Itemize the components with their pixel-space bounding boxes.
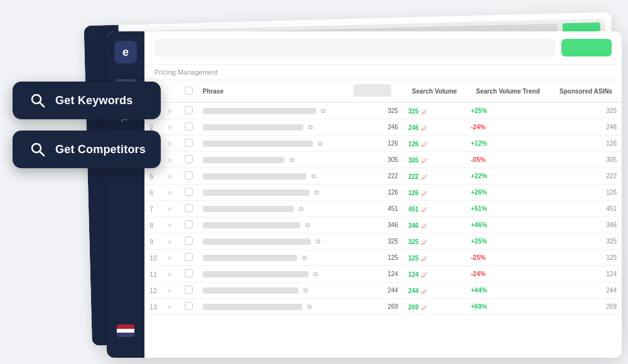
row-checkbox[interactable]: [185, 122, 193, 131]
row-x-btn[interactable]: ✕: [162, 185, 179, 201]
trend-chart-icon: 📈: [421, 191, 427, 196]
table-row: 4 ✕ ⧉ 305 305 📈 -05% 305: [144, 152, 622, 168]
get-keywords-button[interactable]: Get Keywords: [13, 82, 161, 119]
row-checkbox[interactable]: [185, 302, 193, 310]
row-trend: +46%: [466, 217, 550, 233]
flag-icon: [117, 324, 134, 337]
row-checkbox-cell[interactable]: [180, 282, 198, 299]
row-x-btn[interactable]: ✕: [162, 250, 179, 266]
phrase-bar: [203, 124, 303, 131]
row-x-btn[interactable]: ✕: [162, 299, 179, 315]
row-vol-green: 269 📈: [403, 299, 466, 315]
col-x: [162, 80, 179, 102]
row-vol-green: 346 📈: [403, 217, 466, 233]
row-x-btn[interactable]: ✕: [162, 152, 179, 168]
row-x-btn[interactable]: ✕: [162, 217, 179, 233]
row-x-btn[interactable]: ✕: [162, 233, 179, 250]
external-link-icon[interactable]: ⧉: [305, 222, 310, 229]
trend-chart-icon: 📈: [421, 207, 427, 213]
external-link-icon[interactable]: ⧉: [316, 238, 320, 245]
row-checkbox-cell[interactable]: [180, 217, 198, 233]
row-number: 9: [144, 233, 162, 250]
row-x-btn[interactable]: ✕: [162, 201, 179, 217]
row-number: 6: [144, 185, 162, 201]
row-phrase: ⧉: [198, 299, 349, 315]
row-checkbox[interactable]: [185, 188, 193, 196]
external-link-icon[interactable]: ⧉: [313, 270, 318, 278]
row-vol-green: 125 📈: [403, 250, 466, 266]
table-row: 9 ✕ ⧉ 325 325 📈 +25% 325: [144, 233, 622, 250]
row-sponsored: 325: [550, 233, 622, 250]
row-x-btn[interactable]: ✕: [162, 168, 179, 185]
row-checkbox[interactable]: [185, 139, 193, 147]
breadcrumb: Pricing Management: [144, 65, 622, 80]
row-x-btn[interactable]: ✕: [162, 282, 179, 299]
main-content: Pricing Management # Phrase Search Volum…: [144, 31, 622, 358]
phrase-bar: [203, 141, 313, 147]
row-checkbox-cell[interactable]: [180, 185, 198, 201]
row-checkbox-cell[interactable]: [180, 119, 198, 136]
phrase-bar: [203, 173, 306, 179]
row-checkbox-cell[interactable]: [180, 102, 198, 119]
get-keywords-label: Get Keywords: [55, 94, 133, 107]
row-checkbox-cell[interactable]: [180, 299, 198, 315]
row-checkbox[interactable]: [185, 237, 193, 245]
col-trend: Search Volume Trend: [466, 80, 550, 102]
row-sponsored: 346: [550, 217, 622, 233]
row-checkbox[interactable]: [185, 155, 193, 163]
row-phrase: ⧉: [198, 185, 349, 201]
external-link-icon[interactable]: ⧉: [308, 124, 313, 131]
row-trend: +12%: [466, 136, 550, 152]
row-trend: +26%: [466, 185, 550, 201]
row-vol-green: 325 📈: [403, 102, 466, 119]
col-search-vol: Search Volume: [403, 80, 466, 102]
row-trend: +51%: [466, 201, 550, 217]
row-phrase: ⧉: [198, 266, 349, 282]
row-checkbox[interactable]: [185, 269, 193, 277]
logo-text: e: [122, 46, 129, 59]
get-competitors-button[interactable]: Get Competitors: [13, 131, 161, 168]
row-vol-plain: 244: [349, 282, 403, 299]
external-link-icon[interactable]: ⧉: [318, 140, 322, 147]
external-link-icon[interactable]: ⧉: [302, 254, 306, 262]
external-link-icon[interactable]: ⧉: [290, 156, 294, 164]
row-checkbox-cell[interactable]: [180, 266, 198, 282]
row-checkbox[interactable]: [185, 286, 193, 294]
sidebar-item-flag[interactable]: [114, 319, 137, 342]
external-link-icon[interactable]: ⧉: [303, 287, 308, 294]
row-sponsored: 126: [550, 185, 622, 201]
row-vol-green: 124 📈: [403, 266, 466, 282]
data-table-container[interactable]: # Phrase Search Volume Search Volume Tre…: [144, 80, 622, 358]
row-checkbox[interactable]: [185, 220, 193, 228]
row-checkbox[interactable]: [185, 171, 193, 179]
row-trend: +69%: [466, 299, 550, 315]
row-checkbox-cell[interactable]: [180, 168, 198, 185]
external-link-icon[interactable]: ⧉: [321, 107, 325, 115]
row-number: 10: [144, 250, 162, 266]
row-vol-plain: 269: [349, 299, 403, 315]
table-row: 8 ✕ ⧉ 346 346 📈 +46% 346: [144, 217, 622, 233]
external-link-icon[interactable]: ⧉: [311, 173, 316, 180]
row-phrase: ⧉: [198, 282, 349, 299]
row-checkbox-cell[interactable]: [180, 152, 198, 168]
row-x-btn[interactable]: ✕: [162, 266, 179, 282]
row-checkbox-cell[interactable]: [180, 250, 198, 266]
action-button[interactable]: [561, 39, 612, 56]
row-x-btn[interactable]: ✕: [162, 136, 179, 152]
row-x-btn[interactable]: ✕: [162, 119, 179, 136]
trend-chart-icon: 📈: [421, 272, 427, 278]
row-checkbox[interactable]: [185, 253, 193, 261]
row-checkbox-cell[interactable]: [180, 201, 198, 217]
row-trend: +25%: [466, 102, 550, 119]
external-link-icon[interactable]: ⧉: [307, 303, 311, 311]
external-link-icon[interactable]: ⧉: [315, 189, 319, 196]
row-checkbox-cell[interactable]: [180, 233, 198, 250]
row-checkbox[interactable]: [185, 106, 193, 114]
row-number: 8: [144, 217, 162, 233]
row-checkbox-cell[interactable]: [180, 136, 198, 152]
row-x-btn[interactable]: ✕: [162, 102, 179, 119]
external-link-icon[interactable]: ⧉: [299, 205, 303, 213]
svg-line-6: [40, 103, 45, 107]
row-checkbox[interactable]: [185, 204, 193, 212]
select-all-checkbox[interactable]: [185, 87, 193, 95]
